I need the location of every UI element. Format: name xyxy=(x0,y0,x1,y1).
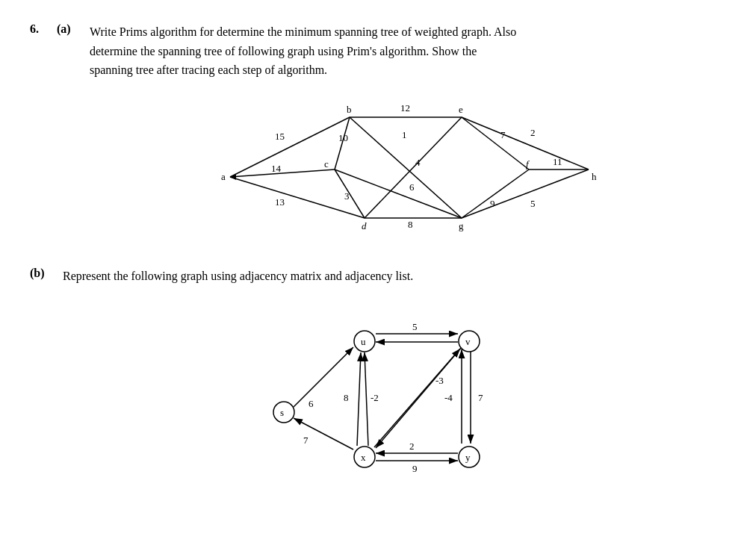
weight-center: 4 xyxy=(415,157,421,168)
weight-vy: 7 xyxy=(478,392,483,403)
part-b-label: (b) xyxy=(30,267,57,286)
weight-vx: -3 xyxy=(435,375,444,386)
weight-fh: 11 xyxy=(553,156,562,167)
node-h-label: h xyxy=(592,171,597,182)
graph-b-container: 6 7 5 -2 8 -3 7 -4 xyxy=(75,300,714,494)
weight-gf: 9 xyxy=(490,198,495,209)
node-f-label: f xyxy=(526,158,530,169)
question-6: 6. (a) Write Prims algorithm for determi… xyxy=(30,22,714,494)
svg-line-9 xyxy=(462,117,529,169)
weight-gh: 5 xyxy=(530,198,536,209)
node-b-label: b xyxy=(347,104,352,115)
graph-b: 6 7 5 -2 8 -3 7 -4 xyxy=(238,300,551,494)
part-a-text: Write Prims algorithm for determine the … xyxy=(90,22,714,80)
weight-be: 12 xyxy=(400,102,410,113)
node-e-label: e xyxy=(459,104,463,115)
weight-ac: 14 xyxy=(271,163,282,174)
svg-line-10 xyxy=(462,169,529,218)
part-b: (b) Represent the following graph using … xyxy=(30,267,714,286)
svg-line-0 xyxy=(230,117,350,177)
node-c-label: c xyxy=(324,158,329,169)
svg-line-12 xyxy=(462,117,589,169)
weight-dg: 8 xyxy=(408,219,413,230)
weight-yv: -4 xyxy=(444,392,453,403)
svg-line-1 xyxy=(230,169,335,177)
node-g-label: g xyxy=(459,220,464,231)
node-a-label: a xyxy=(221,171,226,182)
part-b-text: Represent the following graph using adja… xyxy=(63,267,714,286)
svg-line-13 xyxy=(462,169,589,218)
weight-ad: 13 xyxy=(275,196,285,208)
part-a-line1: Write Prims algorithm for determine the … xyxy=(90,25,516,38)
svg-line-18 xyxy=(294,418,353,449)
svg-line-22 xyxy=(357,352,361,446)
weight-ef: 7 xyxy=(500,129,506,140)
weight-bc: 10 xyxy=(338,132,348,143)
weight-su: 6 xyxy=(309,398,314,409)
weight-cd: 3 xyxy=(344,190,350,202)
weight-uv: 5 xyxy=(412,321,418,332)
weight-ab: 15 xyxy=(275,131,285,142)
node-v-label: v xyxy=(465,336,471,347)
weight-xu: 8 xyxy=(344,392,349,403)
node-x-label: x xyxy=(361,452,366,463)
weight-ux-right: -2 xyxy=(371,392,379,403)
question-number: 6. xyxy=(30,22,51,80)
svg-line-7 xyxy=(365,117,462,218)
svg-line-3 xyxy=(335,117,350,169)
node-y-label: y xyxy=(465,452,471,463)
part-a-line3: spanning tree after tracing each step of… xyxy=(90,63,327,76)
graph-a: a b c d e g f h 15 14 13 10 xyxy=(185,95,604,252)
part-a-line2: determine the spanning tree of following… xyxy=(90,45,477,57)
graph-a-container: a b c d e g f h 15 14 13 10 xyxy=(75,95,714,252)
node-u-label: u xyxy=(361,336,366,347)
weight-xy: 9 xyxy=(412,463,418,474)
weight-xs: 7 xyxy=(303,435,309,446)
weight-eh: 2 xyxy=(530,127,536,138)
weight-bd-inner: 1 xyxy=(402,129,407,140)
node-d-label: d xyxy=(362,220,367,231)
node-s-label: s xyxy=(280,407,284,418)
weight-de-cross: 6 xyxy=(409,181,415,193)
part-a-label: (a) xyxy=(57,22,84,80)
weight-yx: 2 xyxy=(409,441,415,452)
svg-line-21 xyxy=(365,352,368,446)
svg-line-14 xyxy=(335,169,462,218)
